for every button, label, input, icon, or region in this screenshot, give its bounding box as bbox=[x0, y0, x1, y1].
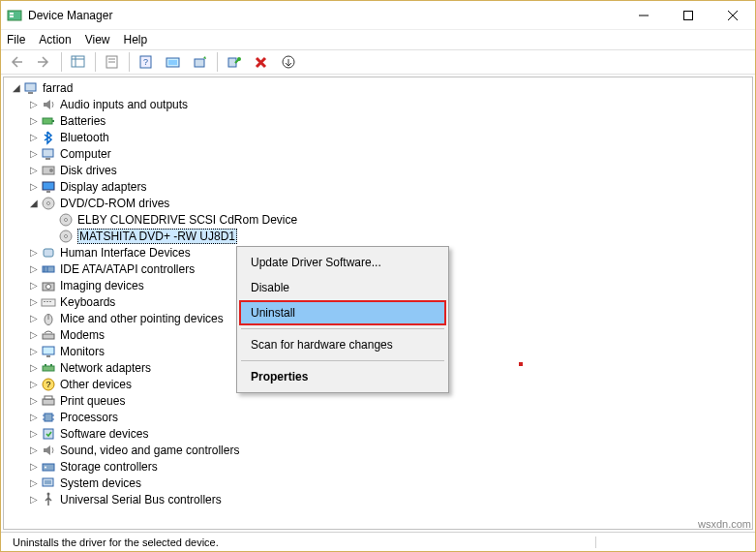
svg-rect-53 bbox=[45, 364, 46, 366]
expand-icon[interactable] bbox=[27, 165, 41, 175]
tree-node-cat-2[interactable]: Bluetooth bbox=[4, 129, 752, 145]
expand-icon[interactable] bbox=[27, 395, 41, 406]
expand-icon[interactable] bbox=[27, 494, 41, 505]
menu-action[interactable]: Action bbox=[39, 33, 71, 46]
expand-icon[interactable] bbox=[27, 296, 41, 307]
tree-node-cat-17[interactable]: Processors bbox=[4, 409, 752, 425]
menu-view[interactable]: View bbox=[85, 33, 110, 46]
red-dot bbox=[519, 362, 523, 366]
menu-file[interactable]: File bbox=[7, 33, 25, 46]
tree-node-cat-20[interactable]: Storage controllers bbox=[4, 458, 752, 475]
network-icon bbox=[41, 360, 56, 376]
unknown-icon: ? bbox=[41, 377, 56, 392]
toolbar-properties-button[interactable] bbox=[102, 51, 123, 73]
tree-node-cat-19[interactable]: Sound, video and game controllers bbox=[4, 442, 752, 458]
expand-icon[interactable] bbox=[27, 362, 41, 373]
expand-icon[interactable] bbox=[27, 346, 41, 356]
svg-rect-21 bbox=[25, 83, 36, 91]
tree-node-label: Disk drives bbox=[60, 164, 117, 177]
tree-node-label: Print queues bbox=[60, 394, 125, 408]
battery-icon bbox=[41, 113, 56, 129]
close-button[interactable] bbox=[711, 1, 755, 30]
toolbar-enable-button[interactable] bbox=[224, 51, 245, 73]
expand-icon[interactable] bbox=[27, 313, 41, 323]
tree-node-cat-0[interactable]: Audio inputs and outputs bbox=[4, 96, 752, 112]
expand-icon[interactable] bbox=[27, 115, 41, 126]
mouse-icon bbox=[41, 311, 56, 326]
tree-node-label: Batteries bbox=[60, 114, 106, 128]
tree-node-label: Processors bbox=[60, 411, 118, 424]
tree-node-cat-1[interactable]: Batteries bbox=[4, 112, 752, 129]
svg-rect-49 bbox=[43, 334, 54, 339]
toolbar-uninstall-button[interactable] bbox=[251, 51, 272, 73]
toolbar-help-button[interactable]: ? bbox=[136, 51, 157, 73]
toolbar-back-button[interactable] bbox=[7, 51, 28, 73]
toolbar-detail-button[interactable] bbox=[68, 51, 89, 73]
toolbar-down-button[interactable] bbox=[278, 51, 299, 73]
disc-icon bbox=[58, 229, 74, 244]
expand-icon[interactable] bbox=[27, 99, 41, 109]
tree-node-cat-5[interactable]: Display adapters bbox=[4, 178, 752, 195]
ctx-properties[interactable]: Properties bbox=[239, 364, 446, 389]
ide-icon bbox=[41, 261, 56, 277]
ctx-scan[interactable]: Scan for hardware changes bbox=[239, 332, 446, 357]
toolbar-update-button[interactable] bbox=[190, 51, 211, 73]
context-menu: Update Driver Software... Disable Uninst… bbox=[236, 246, 449, 393]
svg-rect-23 bbox=[43, 118, 52, 124]
toolbar-scan-button[interactable] bbox=[163, 51, 184, 73]
expand-icon[interactable] bbox=[27, 379, 41, 389]
bluetooth-icon bbox=[41, 130, 56, 145]
minimize-button[interactable] bbox=[621, 1, 666, 30]
tree-node-cat-3[interactable]: Computer bbox=[4, 145, 752, 162]
tree-node-cat-18[interactable]: Software devices bbox=[4, 425, 752, 442]
svg-rect-43 bbox=[42, 299, 55, 306]
tree-node-cat-16[interactable]: Print queues bbox=[4, 392, 752, 409]
expand-icon[interactable] bbox=[27, 461, 41, 472]
ctx-disable[interactable]: Disable bbox=[239, 275, 446, 300]
ctx-update-driver[interactable]: Update Driver Software... bbox=[239, 250, 446, 275]
svg-rect-26 bbox=[45, 158, 50, 160]
svg-rect-57 bbox=[43, 399, 54, 405]
menu-help[interactable]: Help bbox=[124, 33, 148, 46]
disk-icon bbox=[41, 163, 56, 178]
printer-icon bbox=[41, 393, 56, 409]
expand-icon[interactable] bbox=[27, 477, 41, 488]
window-title: Device Manager bbox=[28, 9, 621, 22]
expand-icon[interactable] bbox=[27, 263, 41, 274]
tree-node-cat-22[interactable]: Universal Serial Bus controllers bbox=[4, 491, 752, 507]
sound-icon bbox=[41, 443, 56, 458]
toolbar-forward-button[interactable] bbox=[34, 51, 55, 73]
expand-icon[interactable] bbox=[27, 148, 41, 159]
svg-point-28 bbox=[49, 169, 53, 172]
tree-node-cat-6[interactable]: DVD/CD-ROM drives bbox=[4, 195, 752, 211]
expand-icon[interactable] bbox=[27, 132, 41, 142]
tree-node-cat-4[interactable]: Disk drives bbox=[4, 162, 752, 178]
toolbar-sep bbox=[95, 52, 96, 72]
tree-node-label: Human Interface Devices bbox=[60, 246, 191, 260]
maximize-button[interactable] bbox=[666, 1, 711, 30]
tree-node-label: Network adapters bbox=[60, 361, 151, 375]
expand-icon[interactable] bbox=[27, 181, 41, 192]
tree-node-label: Display adapters bbox=[60, 180, 146, 194]
expand-icon[interactable] bbox=[27, 445, 41, 455]
svg-rect-65 bbox=[43, 464, 54, 471]
system-icon bbox=[41, 475, 56, 491]
expand-icon[interactable] bbox=[27, 329, 41, 340]
svg-rect-51 bbox=[46, 355, 50, 357]
expand-icon[interactable] bbox=[27, 198, 41, 208]
svg-rect-64 bbox=[44, 429, 53, 439]
expand-icon[interactable] bbox=[27, 412, 41, 422]
expand-icon[interactable] bbox=[10, 82, 23, 93]
svg-rect-4 bbox=[684, 11, 693, 19]
tree-node-label: Computer bbox=[60, 147, 111, 161]
tree-node-label: Storage controllers bbox=[60, 460, 158, 474]
tree-node-dev-6-0[interactable]: ELBY CLONEDRIVE SCSI CdRom Device bbox=[4, 211, 752, 228]
expand-icon[interactable] bbox=[27, 247, 41, 258]
expand-icon[interactable] bbox=[27, 280, 41, 291]
menu-bar: File Action View Help bbox=[1, 30, 755, 49]
tree-node-dev-6-1[interactable]: MATSHITA DVD+ -RW UJ8D1 bbox=[4, 228, 752, 244]
tree-node-root[interactable]: farrad bbox=[4, 79, 752, 96]
ctx-uninstall[interactable]: Uninstall bbox=[239, 300, 446, 325]
expand-icon[interactable] bbox=[27, 428, 41, 439]
tree-node-cat-21[interactable]: System devices bbox=[4, 475, 752, 491]
